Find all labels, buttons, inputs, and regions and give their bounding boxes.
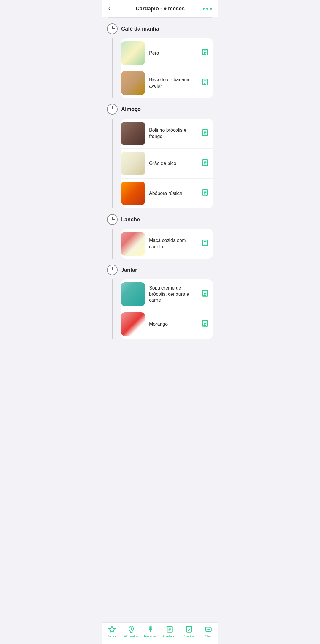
- alimentos-icon: [127, 626, 135, 633]
- clock-icon: [107, 23, 118, 34]
- meal-image-biscoito: [121, 71, 145, 95]
- section-header-jantar: Jantar: [107, 265, 213, 275]
- section-body-almoco: Bolinho brócolis e frango Grão de bico A…: [112, 119, 213, 208]
- recipe-icon-maca[interactable]: [201, 239, 209, 248]
- section-title-cafe: Café da manhã: [121, 26, 159, 32]
- meal-card-almoco: Bolinho brócolis e frango Grão de bico A…: [121, 119, 213, 208]
- section-body-jantar: Sopa creme de brócolis, cenoura e carne …: [112, 279, 213, 339]
- recipe-icon-pera[interactable]: [201, 49, 209, 58]
- meal-name-pera: Pera: [149, 50, 197, 56]
- star-icon: [108, 626, 116, 633]
- section-body-cafe: Pera Biscoito de banana e aveia*: [112, 38, 213, 98]
- section-jantar: JantarSopa creme de brócolis, cenoura e …: [107, 265, 213, 339]
- meal-name-sopa: Sopa creme de brócolis, cenoura e carne: [149, 285, 197, 303]
- nav-cardapio[interactable]: Cardápio: [160, 626, 179, 638]
- nav-cardapio-label: Cardápio: [163, 635, 176, 638]
- recipe-icon-abobora[interactable]: [201, 189, 209, 198]
- meal-name-maca: Maçã cozida com canela: [149, 238, 197, 250]
- recipe-icon-sopa[interactable]: [201, 290, 209, 299]
- svg-point-45: [209, 629, 210, 630]
- meal-image-morango: [121, 312, 145, 336]
- chat-icon: [204, 626, 212, 633]
- dot-3: [210, 8, 212, 10]
- nav-inicio[interactable]: Início: [102, 626, 121, 638]
- clock-icon: [107, 104, 118, 115]
- more-options-button[interactable]: [203, 8, 212, 10]
- meal-item-morango[interactable]: Morango: [121, 309, 213, 339]
- meal-image-bolinho: [121, 122, 145, 145]
- section-almoco: AlmoçoBolinho brócolis e frango Grão de …: [107, 104, 213, 208]
- recipe-icon-grao[interactable]: [201, 159, 209, 168]
- recipe-icon-morango[interactable]: [201, 320, 209, 329]
- meal-image-maca: [121, 232, 145, 256]
- section-header-lanche: Lanche: [107, 214, 213, 225]
- clock-icon: [107, 214, 118, 225]
- section-header-almoco: Almoço: [107, 104, 213, 115]
- meal-card-lanche: Maçã cozida com canela: [121, 229, 213, 259]
- meal-card-jantar: Sopa creme de brócolis, cenoura e carne …: [121, 279, 213, 339]
- nav-receitas[interactable]: Receitas: [141, 626, 160, 638]
- back-button[interactable]: ‹: [108, 5, 118, 12]
- meal-item-maca[interactable]: Maçã cozida com canela: [121, 229, 213, 259]
- section-title-jantar: Jantar: [121, 267, 137, 273]
- meal-item-sopa[interactable]: Sopa creme de brócolis, cenoura e carne: [121, 279, 213, 309]
- section-header-cafe: Café da manhã: [107, 23, 213, 34]
- nav-alimentos-label: Alimentos: [124, 635, 138, 638]
- header-divider: [108, 17, 212, 18]
- section-body-lanche: Maçã cozida com canela: [112, 229, 213, 259]
- receitas-icon: [147, 626, 154, 633]
- meal-name-morango: Morango: [149, 321, 197, 327]
- meal-image-grao: [121, 152, 145, 175]
- checklist-icon: [185, 626, 193, 633]
- section-title-lanche: Lanche: [121, 217, 140, 223]
- section-title-almoco: Almoço: [121, 106, 141, 112]
- page-title: Cardápio - 9 meses: [118, 6, 203, 12]
- meal-name-grao: Grão de bico: [149, 160, 197, 167]
- meal-item-grao[interactable]: Grão de bico: [121, 149, 213, 179]
- bottom-nav: Início Alimentos Receitas Cardápio: [102, 622, 218, 644]
- meal-item-abobora[interactable]: Abóbora rústica: [121, 179, 213, 208]
- meal-item-biscoito[interactable]: Biscoito de banana e aveia*: [121, 68, 213, 98]
- section-lanche: LancheMaçã cozida com canela: [107, 214, 213, 259]
- clock-icon: [107, 265, 118, 275]
- nav-checklist-label: Checklist: [182, 635, 196, 638]
- nav-receitas-label: Receitas: [144, 635, 157, 638]
- recipe-icon-bolinho[interactable]: [201, 129, 209, 138]
- nav-checklist[interactable]: Checklist: [179, 626, 199, 638]
- meal-item-bolinho[interactable]: Bolinho brócolis e frango: [121, 119, 213, 149]
- svg-rect-41: [186, 626, 191, 632]
- main-content: Café da manhãPera Biscoito de banana e a…: [102, 23, 218, 369]
- svg-marker-32: [109, 626, 115, 632]
- dot-1: [203, 8, 205, 10]
- meal-card-cafe: Pera Biscoito de banana e aveia*: [121, 38, 213, 98]
- meal-image-abobora: [121, 182, 145, 205]
- meal-image-sopa: [121, 282, 145, 306]
- nav-chat-label: Chat: [205, 635, 212, 638]
- meal-name-biscoito: Biscoito de banana e aveia*: [149, 77, 197, 89]
- meal-name-abobora: Abóbora rústica: [149, 190, 197, 197]
- nav-chat[interactable]: Chat: [199, 626, 218, 638]
- svg-point-44: [208, 629, 209, 630]
- nav-alimentos[interactable]: Alimentos: [121, 626, 141, 638]
- meal-image-pera: [121, 41, 145, 65]
- cardapio-icon: [166, 626, 174, 633]
- svg-point-43: [207, 629, 207, 630]
- section-cafe: Café da manhãPera Biscoito de banana e a…: [107, 23, 213, 98]
- recipe-icon-biscoito[interactable]: [201, 79, 209, 88]
- meal-item-pera[interactable]: Pera: [121, 38, 213, 68]
- meal-name-bolinho: Bolinho brócolis e frango: [149, 127, 197, 140]
- header: ‹ Cardápio - 9 meses: [102, 0, 218, 17]
- dot-2: [206, 8, 208, 10]
- nav-inicio-label: Início: [108, 635, 116, 638]
